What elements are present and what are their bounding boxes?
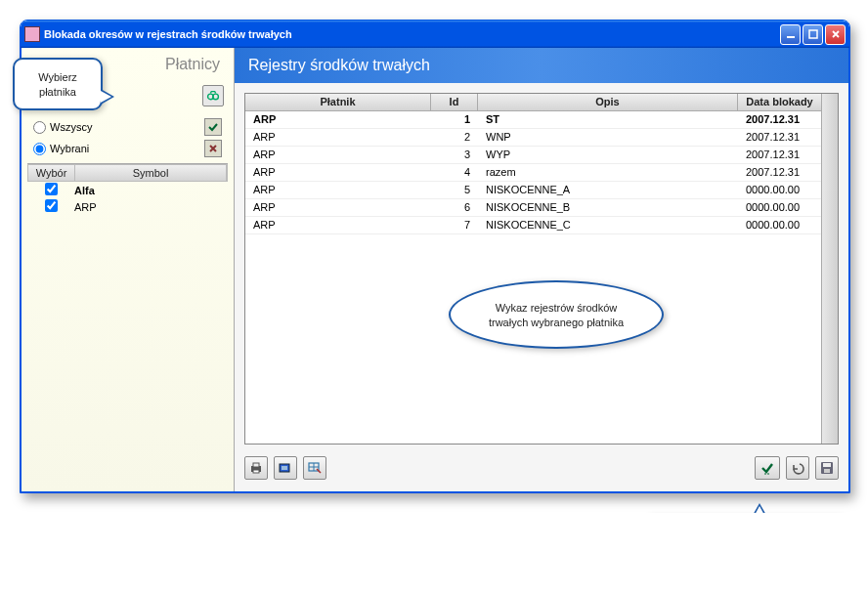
bottom-toolbar: [244, 454, 839, 482]
callout-pointer: [752, 503, 767, 513]
payer-row[interactable]: ARP: [27, 198, 228, 215]
filter-all-label: Wszyscy: [50, 121, 92, 133]
titlebar: Blokada okresów w rejestrach środków trw…: [21, 21, 849, 48]
cell-opis: NISKOCENNE_C: [478, 217, 738, 233]
svg-rect-8: [282, 466, 287, 470]
table-row[interactable]: ARP3WYP2007.12.31: [245, 147, 822, 164]
cell-id: 5: [431, 182, 478, 198]
cell-platnik: ARP: [245, 129, 431, 146]
svg-rect-5: [253, 463, 259, 467]
col-opis[interactable]: Opis: [478, 94, 738, 110]
close-button[interactable]: [825, 24, 846, 45]
cell-id: 6: [431, 199, 478, 216]
callout-pointer: [101, 89, 114, 105]
callout-registers-list: Wykaz rejestrów środków trwałych wybrane…: [449, 280, 664, 349]
payer-filter: Wszyscy Wybrani: [29, 116, 226, 159]
payer-checkbox-cell[interactable]: [27, 183, 74, 197]
svg-rect-0: [787, 36, 795, 38]
cell-platnik: ARP: [245, 164, 431, 181]
window-title: Blokada okresów w rejestrach środków trw…: [44, 28, 780, 40]
filter-all-radio[interactable]: [33, 121, 46, 134]
undo-button[interactable]: [786, 456, 809, 480]
filter-selected-label: Wybrani: [50, 143, 89, 154]
table-row[interactable]: ARP4razem2007.12.31: [245, 164, 822, 182]
cell-platnik: ARP: [245, 199, 431, 216]
app-body: Płatnicy Wszyscy Wybrani: [21, 48, 849, 492]
table-row[interactable]: ARP1ST2007.12.31: [245, 111, 822, 129]
cell-data-blokady: 0000.00.00: [738, 217, 822, 233]
minimize-button[interactable]: [780, 24, 801, 45]
cell-opis: razem: [478, 164, 738, 181]
cell-data-blokady: 2007.12.31: [738, 111, 822, 128]
cell-opis: NISKOCENNE_B: [478, 199, 738, 216]
table-row[interactable]: ARP7NISKOCENNE_C0000.00.00: [245, 217, 822, 234]
cell-id: 2: [431, 129, 478, 146]
cell-platnik: ARP: [245, 182, 431, 198]
cell-opis: ST: [478, 111, 738, 128]
col-symbol[interactable]: Symbol: [75, 165, 227, 181]
binoculars-button[interactable]: [202, 85, 224, 106]
callout-text: Wykaz rejestrów środków trwałych wybrane…: [489, 302, 624, 328]
table-row[interactable]: ARP2WNP2007.12.31: [245, 129, 822, 147]
cell-data-blokady: 2007.12.31: [738, 129, 822, 146]
cell-platnik: ARP: [245, 217, 431, 233]
cell-opis: WYP: [478, 147, 738, 163]
payer-table-head: Wybór Symbol: [27, 164, 228, 182]
cell-id: 3: [431, 147, 478, 163]
cell-opis: WNP: [478, 129, 738, 146]
registers-table: Płatnik Id Opis Data blokady ARP1ST2007.…: [244, 93, 839, 445]
table-row[interactable]: ARP6NISKOCENNE_B0000.00.00: [245, 199, 822, 217]
cell-id: 7: [431, 217, 478, 233]
payer-checkbox-cell[interactable]: [27, 199, 74, 214]
cell-id: 1: [431, 111, 478, 128]
deselect-all-button[interactable]: [204, 140, 222, 157]
svg-rect-6: [253, 470, 259, 473]
print-button[interactable]: [244, 456, 268, 480]
payer-symbol: Alfa: [74, 185, 228, 196]
payer-row[interactable]: Alfa: [27, 182, 228, 198]
filter-selected-radio[interactable]: [33, 143, 46, 155]
cell-platnik: ARP: [245, 147, 431, 163]
svg-rect-11: [823, 463, 831, 467]
col-platnik[interactable]: Płatnik: [245, 94, 431, 110]
payer-table-body: AlfaARP: [27, 182, 228, 215]
cell-opis: NISKOCENNE_A: [478, 182, 738, 198]
maximize-button[interactable]: [803, 24, 823, 45]
registers-table-body: ARP1ST2007.12.31ARP2WNP2007.12.31ARP3WYP…: [245, 111, 838, 234]
callout-text: Wybierz płatnika: [38, 71, 77, 98]
app-icon: [24, 26, 40, 42]
payer-checkbox[interactable]: [45, 199, 58, 212]
cell-data-blokady: 2007.12.31: [738, 147, 822, 163]
svg-rect-12: [824, 469, 830, 473]
cell-data-blokady: 0000.00.00: [738, 199, 822, 216]
col-wybor[interactable]: Wybór: [28, 165, 75, 181]
col-id[interactable]: Id: [431, 94, 478, 110]
payer-table: Wybór Symbol AlfaARP: [27, 163, 228, 215]
app-window: Blokada okresów w rejestrach środków trw…: [20, 20, 850, 493]
window-controls: [780, 24, 846, 45]
payer-symbol: ARP: [74, 201, 228, 213]
main-header: Rejestry środków trwałych: [235, 48, 848, 83]
table-tool-button[interactable]: [303, 456, 326, 480]
main-panel: Rejestry środków trwałych Płatnik Id Opi…: [235, 48, 848, 491]
callout-choose-payer: Wybierz płatnika: [13, 58, 103, 110]
registers-table-head: Płatnik Id Opis Data blokady: [245, 94, 822, 111]
sidebar: Płatnicy Wszyscy Wybrani: [22, 48, 235, 491]
export-button[interactable]: [274, 456, 297, 480]
cell-data-blokady: 2007.12.31: [738, 164, 822, 181]
save-button[interactable]: [815, 456, 839, 480]
svg-rect-1: [809, 30, 817, 38]
payer-checkbox[interactable]: [45, 183, 58, 195]
table-row[interactable]: ARP5NISKOCENNE_A0000.00.00: [245, 182, 822, 199]
cell-id: 4: [431, 164, 478, 181]
col-data-blokady[interactable]: Data blokady: [738, 94, 822, 110]
cell-platnik: ARP: [245, 111, 431, 128]
cell-data-blokady: 0000.00.00: [738, 182, 822, 198]
select-all-button[interactable]: [204, 118, 222, 136]
confirm-button[interactable]: [755, 456, 780, 480]
